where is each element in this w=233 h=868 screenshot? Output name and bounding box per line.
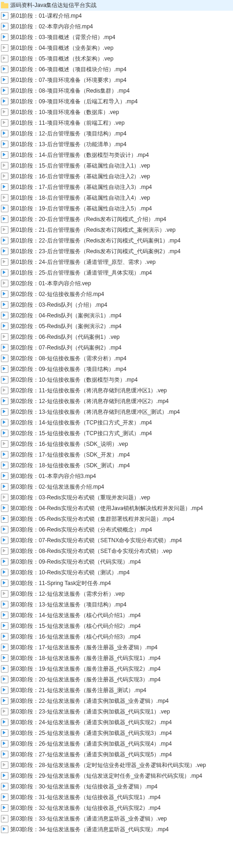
video-file-icon [1,397,8,405]
video-file-icon [1,344,8,351]
vep-file-icon [1,226,8,234]
file-row[interactable]: 第02阶段：16-短信接收服务（SDK_说明）.vep [0,439,233,450]
file-row[interactable]: 第02阶段：11-短信接收服务（将消息存储到消息缓冲区1）.vep [0,385,233,396]
file-row[interactable]: 第01阶段：05-项目概述（技术架构）.vep [0,54,233,64]
file-row[interactable]: 第01阶段：10-项目环境准备（数据库）.vep [0,107,233,118]
file-row[interactable]: 第03阶段：05-Redis实现分布式锁（集群部署线程并发问题）.mp4 [0,514,233,525]
file-row[interactable]: 第03阶段：33-短信发送服务（通道消息监听器_业务逻辑）.vep [0,814,233,824]
file-row[interactable]: 第01阶段：21-后台管理服务（Redis发布订阅模式_案例演示）.vep [0,225,233,236]
file-row[interactable]: 第03阶段：34-短信发送服务（通道消息监听器_代码实现）.mp4 [0,824,233,835]
file-row[interactable]: 第01阶段：15-后台管理服务（基础属性自动注入1）.vep [0,161,233,171]
file-row[interactable]: 第02阶段：03-Redis队列（介绍）.mp4 [0,300,233,310]
file-row[interactable]: 第03阶段：17-短信发送服务（服务注册器_业务逻辑）.mp4 [0,642,233,653]
file-row[interactable]: 第03阶段：11-Spring Task定时任务.mp4 [0,578,233,589]
file-row[interactable]: 第02阶段：08-短信接收服务（需求分析）.mp4 [0,353,233,364]
file-row[interactable]: 第03阶段：18-短信发送服务（服务注册器_代码实现1）.mp4 [0,653,233,664]
file-row[interactable]: 第01阶段：20-后台管理服务（Redis发布订阅模式_介绍）.mp4 [0,214,233,225]
file-row[interactable]: 第03阶段：31-短信发送服务（短信接收器_代码实现1）.mp4 [0,792,233,803]
file-row[interactable]: 第03阶段：22-短信发送服务（通道实例加载器_业务逻辑）.mp4 [0,696,233,707]
file-row[interactable]: 第03阶段：27-短信发送服务（通道实例加载器_代码实现5）.mp4 [0,749,233,760]
file-label: 第01阶段：13-后台管理服务（功能清单）.mp4 [10,141,126,148]
file-row[interactable]: 第03阶段：10-Redis实现分布式锁（测试）.mp4 [0,567,233,578]
file-row[interactable]: 第01阶段：24-后台管理服务（通道管理_原型、需求）.vep [0,257,233,268]
file-row[interactable]: 第03阶段：20-短信发送服务（服务注册器_代码实现3）.mp4 [0,674,233,685]
file-label: 第02阶段：11-短信接收服务（将消息存储到消息缓冲区1）.vep [10,387,167,395]
file-row[interactable]: 第01阶段：22-后台管理服务（Redis发布订阅模式_代码案例1）.mp4 [0,236,233,246]
file-row[interactable]: 第01阶段：09-项目环境准备（后端工程导入）.mp4 [0,96,233,107]
file-row[interactable]: 第02阶段：15-短信接收服务（TCP接口方式_测试）.mp4 [0,428,233,439]
file-label: 第02阶段：06-Redis队列（代码案例1）.vep [10,333,120,341]
video-file-icon [1,483,8,491]
video-file-icon [1,376,8,384]
file-row[interactable]: 第03阶段：24-短信发送服务（通道实例加载器_代码实现2）.mp4 [0,717,233,728]
file-row[interactable]: 第01阶段：23-后台管理服务（Redis发布订阅模式_代码案例2）.mp4 [0,246,233,257]
file-row[interactable]: 第01阶段：13-后台管理服务（功能清单）.mp4 [0,139,233,150]
file-row[interactable]: 第03阶段：16-短信发送服务（核心代码介绍3）.mp4 [0,632,233,642]
file-row[interactable]: 第03阶段：06-Redis实现分布式锁（分布式锁概念）.mp4 [0,525,233,535]
file-row[interactable]: 第03阶段：02-短信发送服务介绍.mp4 [0,482,233,492]
file-row[interactable]: 第02阶段：07-Redis队列（代码案例2）.mp4 [0,343,233,353]
file-row[interactable]: 第01阶段：12-后台管理服务（项目结构）.mp4 [0,128,233,139]
file-row[interactable]: 第03阶段：04-Redis实现分布式锁（使用Java锁机制解决线程并发问题）.… [0,503,233,514]
video-file-icon [1,654,8,662]
video-file-icon [1,505,8,512]
video-file-icon [1,183,8,191]
file-row[interactable]: 第02阶段：05-Redis队列（案例演示2）.mp4 [0,321,233,332]
file-row[interactable]: 第03阶段：21-短信发送服务（服务注册器_测试）.mp4 [0,685,233,696]
file-row[interactable]: 第03阶段：25-短信发送服务（通道实例加载器_代码实现3）.mp4 [0,728,233,739]
file-row[interactable]: 第02阶段：12-短信接收服务（将消息存储到消息缓冲区2）.mp4 [0,396,233,407]
file-row[interactable]: 第03阶段：03-Redis实现分布式锁（重现并发问题）.vep [0,492,233,503]
file-row[interactable]: 第03阶段：07-Redis实现分布式锁（SETNX命令实现分布式锁）.mp4 [0,535,233,546]
file-row[interactable]: 第01阶段：17-后台管理服务（基础属性自动注入3）.mp4 [0,182,233,193]
file-row[interactable]: 第03阶段：32-短信发送服务（短信接收器_代码实现2）.mp4 [0,803,233,814]
file-row[interactable]: 第01阶段：04-项目概述（业务架构）.vep [0,43,233,54]
file-row[interactable]: 第03阶段：12-短信发送服务（需求分析）.vep [0,589,233,599]
file-row[interactable]: 第01阶段：18-后台管理服务（基础属性自动注入4）.vep [0,193,233,203]
file-row[interactable]: 第01阶段：03-项目概述（背景介绍）.mp4 [0,32,233,43]
file-row[interactable]: 第03阶段：08-Redis实现分布式锁（SET命令实现分布式锁）.vep [0,546,233,557]
file-row[interactable]: 第03阶段：28-短信发送服务（定时短信业务处理器_业务逻辑和代码实现）.vep [0,760,233,771]
video-file-icon [1,87,8,94]
file-label: 第03阶段：26-短信发送服务（通道实例加载器_代码实现4）.mp4 [10,740,172,748]
file-label: 第01阶段：10-项目环境准备（数据库）.vep [10,108,119,116]
video-file-icon [1,76,8,84]
file-row[interactable]: 第02阶段：13-短信接收服务（将消息存储到消息缓冲区_测试）.mp4 [0,407,233,417]
file-row[interactable]: 第02阶段：09-短信接收服务（项目结构）.mp4 [0,364,233,375]
file-row[interactable]: 第01阶段：25-后台管理服务（通道管理_具体实现）.mp4 [0,268,233,278]
file-row[interactable]: 第02阶段：04-Redis队列（案例演示1）.mp4 [0,310,233,321]
file-row[interactable]: 第01阶段：06-项目概述（项目模块介绍）.mp4 [0,64,233,75]
file-label: 第03阶段：03-Redis实现分布式锁（重现并发问题）.vep [10,494,150,502]
file-row[interactable]: 第01阶段：08-项目环境准备（Redis集群）.mp4 [0,86,233,96]
file-row[interactable]: 第02阶段：18-短信接收服务（SDK_测试）.mp4 [0,460,233,471]
file-row[interactable]: 第03阶段：13-短信发送服务（项目结构）.mp4 [0,599,233,610]
file-row[interactable]: 第03阶段：30-短信发送服务（短信接收器_业务逻辑）.mp4 [0,781,233,792]
file-row[interactable]: 第01阶段：19-后台管理服务（基础属性自动注入5）.mp4 [0,203,233,214]
file-label: 第01阶段：08-项目环境准备（Redis集群）.mp4 [10,87,130,95]
file-row[interactable]: 第03阶段：01-本章内容介绍3.mp4 [0,471,233,482]
file-row[interactable]: 第02阶段：17-短信接收服务（SDK_开发）.mp4 [0,450,233,460]
file-row[interactable]: 第01阶段：01-课程介绍.mp4 [0,11,233,21]
file-row[interactable]: 第03阶段：19-短信发送服务（服务注册器_代码实现2）.mp4 [0,664,233,674]
file-row[interactable]: 第01阶段：11-项目环境准备（前端工程）.vep [0,118,233,128]
file-row[interactable]: 第02阶段：10-短信接收服务（数据模型与类）.mp4 [0,375,233,385]
file-label: 第01阶段：05-项目概述（技术架构）.vep [10,55,113,63]
video-file-icon [1,312,8,319]
file-row[interactable]: 第03阶段：15-短信发送服务（核心代码介绍2）.mp4 [0,621,233,632]
file-row[interactable]: 第03阶段：09-Redis实现分布式锁（代码实现）.mp4 [0,557,233,567]
file-row[interactable]: 第01阶段：07-项目环境准备（环境要求）.mp4 [0,75,233,86]
file-row[interactable]: 第03阶段：23-短信发送服务（通道实例加载器_代码实现1）.vep [0,707,233,717]
file-row[interactable]: 第02阶段：02-短信接收服务介绍.mp4 [0,289,233,300]
file-row[interactable]: 第01阶段：14-后台管理服务（数据模型与类设计）.mp4 [0,150,233,161]
file-row[interactable]: 第02阶段：01-本章内容介绍.vep [0,278,233,289]
file-row[interactable]: 第01阶段：16-后台管理服务（基础属性自动注入2）.vep [0,171,233,182]
video-file-icon [1,430,8,437]
file-row[interactable]: 第02阶段：14-短信接收服务（TCP接口方式_开发）.mp4 [0,417,233,428]
file-label: 第03阶段：23-短信发送服务（通道实例加载器_代码实现1）.vep [10,708,170,716]
file-row[interactable]: 第01阶段：02-本章内容介绍.mp4 [0,21,233,32]
video-file-icon [1,751,8,758]
file-row[interactable]: 第02阶段：06-Redis队列（代码案例1）.vep [0,332,233,343]
file-row[interactable]: 第03阶段：29-短信发送服务（短信发送定时任务_业务逻辑和代码实现）.mp4 [0,771,233,781]
file-row[interactable]: 第03阶段：14-短信发送服务（核心代码介绍1）.mp4 [0,610,233,621]
folder-row[interactable]: 源码资料-Java集信达短信平台实战 [0,0,233,11]
file-row[interactable]: 第03阶段：26-短信发送服务（通道实例加载器_代码实现4）.mp4 [0,739,233,749]
